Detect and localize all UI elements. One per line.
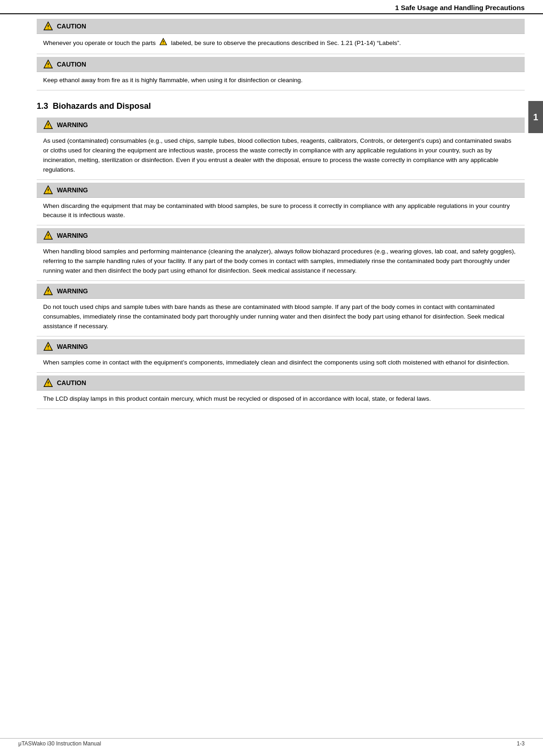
svg-point-11 xyxy=(48,127,48,127)
warning-header-3: WARNING xyxy=(37,228,525,243)
warning-body-5: When samples come in contact with the eq… xyxy=(37,354,525,373)
warning-icon-2 xyxy=(43,185,53,195)
warning-icon-3 xyxy=(43,230,53,241)
warning-body-4: Do not touch used chips and sample tubes… xyxy=(37,299,525,336)
warning-body-1: As used (contaminated) consumables (e.g.… xyxy=(37,133,525,180)
warning-block-4: WARNING Do not touch used chips and samp… xyxy=(37,284,525,336)
caution-body-1: Whenever you operate or touch the parts … xyxy=(37,34,525,54)
warning-icon-5 xyxy=(43,342,53,352)
warning-block-1: WARNING As used (contaminated) consumabl… xyxy=(37,118,525,180)
svg-point-5 xyxy=(163,44,164,44)
caution-block-1: CAUTION Whenever you operate or touch th… xyxy=(37,19,525,54)
label-inline-icon xyxy=(159,38,167,49)
svg-point-8 xyxy=(48,66,48,67)
warning-body-3: When handling blood samples and performi… xyxy=(37,243,525,281)
warning-body-2: When discarding the equipment that may b… xyxy=(37,198,525,226)
caution-header-1: CAUTION xyxy=(37,19,525,34)
caution-body-2: Keep ethanol away from fire as it is hig… xyxy=(37,72,525,90)
warning-icon-1 xyxy=(43,120,53,130)
footer-left: μTASWako i30 Instruction Manual xyxy=(18,740,101,747)
warning-block-3: WARNING When handling blood samples and … xyxy=(37,228,525,281)
warning-label-5: WARNING xyxy=(57,343,88,350)
caution-block-bottom: CAUTION The LCD display lamps in this pr… xyxy=(37,375,525,409)
caution-icon-1 xyxy=(43,21,53,31)
warning-label-4: WARNING xyxy=(57,287,88,295)
warning-label-1: WARNING xyxy=(57,121,88,129)
section-heading-1-3: 1.3 Biohazards and Disposal xyxy=(37,101,525,111)
warning-header-4: WARNING xyxy=(37,284,525,298)
warning-header-2: WARNING xyxy=(37,183,525,197)
warning-label-3: WARNING xyxy=(57,232,88,239)
svg-point-26 xyxy=(48,385,48,385)
footer-right: 1-3 xyxy=(517,740,525,747)
caution-label-bottom: CAUTION xyxy=(57,379,86,386)
page-header: 1 Safe Usage and Handling Precautions xyxy=(0,0,543,14)
main-content: CAUTION Whenever you operate or touch th… xyxy=(0,14,543,421)
svg-point-2 xyxy=(48,28,48,28)
caution-icon-2 xyxy=(43,59,53,69)
caution-label-2: CAUTION xyxy=(57,61,86,68)
caution-header-bottom: CAUTION xyxy=(37,375,525,390)
chapter-tab: 1 xyxy=(528,101,543,133)
caution-label-1: CAUTION xyxy=(57,22,86,30)
svg-point-17 xyxy=(48,238,48,238)
warning-icon-4 xyxy=(43,286,53,296)
caution-icon-bottom xyxy=(43,378,53,388)
page-footer: μTASWako i30 Instruction Manual 1-3 xyxy=(0,738,543,749)
warning-label-2: WARNING xyxy=(57,186,88,194)
caution-block-2: CAUTION Keep ethanol away from fire as i… xyxy=(37,57,525,90)
warning-header-5: WARNING xyxy=(37,339,525,354)
svg-point-23 xyxy=(48,348,48,349)
page-title: 1 Safe Usage and Handling Precautions xyxy=(395,4,525,11)
warning-header-1: WARNING xyxy=(37,118,525,132)
caution-body-bottom: The LCD display lamps in this product co… xyxy=(37,391,525,409)
caution-header-2: CAUTION xyxy=(37,57,525,72)
svg-point-20 xyxy=(48,293,48,293)
page-container: 1 Safe Usage and Handling Precautions 1 … xyxy=(0,0,543,756)
warning-block-5: WARNING When samples come in contact wit… xyxy=(37,339,525,373)
svg-point-14 xyxy=(48,192,48,192)
warning-block-2: WARNING When discarding the equipment th… xyxy=(37,183,525,226)
